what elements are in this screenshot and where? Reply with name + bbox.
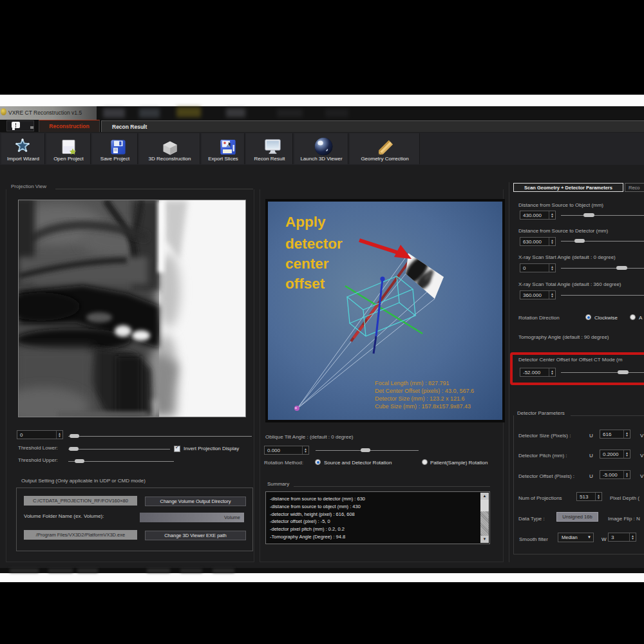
svg-text:Focal Length (mm) : 827.791: Focal Length (mm) : 827.791 bbox=[375, 380, 450, 386]
svg-text:detector: detector bbox=[285, 236, 343, 252]
svg-text:Det Center Offset (pixels) : 4: Det Center Offset (pixels) : 43.0, 567.6 bbox=[375, 388, 474, 394]
svg-text:offset: offset bbox=[285, 276, 325, 292]
svg-text:Detector Size (mm) : 123.2 x 1: Detector Size (mm) : 123.2 x 121.6 bbox=[375, 395, 465, 402]
svg-text:Apply: Apply bbox=[285, 214, 326, 230]
svg-text:Cube Size (mm) : 157.8x157.9x8: Cube Size (mm) : 157.8x157.9x87.43 bbox=[375, 403, 471, 410]
svg-text:center: center bbox=[285, 256, 329, 272]
